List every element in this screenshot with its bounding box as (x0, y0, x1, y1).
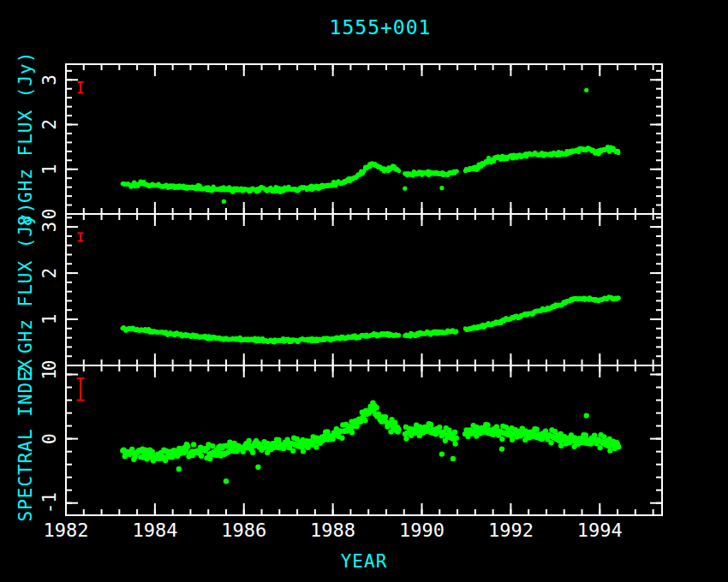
x-tick-labels: 1982198419861988199019921994 (44, 520, 623, 541)
error-bar-8ghz-flux (78, 82, 84, 93)
y-tick-labels-spectral-index: -101 (39, 369, 60, 514)
outlier-point (370, 400, 375, 405)
outlier-point (222, 199, 226, 204)
x-tick-label: 1990 (399, 520, 445, 541)
error-bar-spectral-index (77, 378, 85, 401)
data-points-8ghz-flux (121, 88, 621, 204)
data-points-2ghz-flux (121, 294, 621, 344)
y-axis-label-8ghz-flux: 8 GHz FLUX (Jy) (15, 51, 36, 227)
outlier-point (584, 413, 589, 418)
x-tick-label: 1986 (221, 520, 266, 541)
y-tick-label: 0 (39, 433, 60, 444)
panel-border-8ghz-flux (66, 64, 662, 214)
outlier-point (176, 466, 182, 472)
y-axis-label-spectral-index: SPECTRAL INDEX (15, 358, 36, 521)
plot-canvas: 01230123-1011982198419861988199019921994 (0, 0, 728, 582)
outlier-point (403, 187, 407, 191)
outlier-point (584, 88, 588, 92)
data-points-spectral-index (120, 400, 621, 484)
y-tick-labels-8ghz-flux: 0123 (39, 74, 60, 219)
outlier-point (451, 456, 456, 461)
y-tick-label: 0 (39, 209, 60, 220)
y-axis-label-2ghz-flux: 2 GHz FLUX (Jy) (15, 202, 36, 377)
x-axis-label: YEAR (341, 551, 388, 572)
x-tick-label: 1994 (577, 520, 623, 541)
outlier-point (255, 465, 260, 470)
y-tick-label: 2 (39, 119, 60, 130)
x-tick-label: 1982 (44, 520, 89, 541)
light-curve-figure: 01230123-1011982198419861988199019921994… (0, 0, 728, 582)
outlier-point (224, 478, 229, 484)
outlier-point (439, 186, 444, 190)
x-tick-label: 1988 (310, 520, 355, 541)
y-tick-label: 1 (39, 163, 60, 175)
y-tick-label: -1 (39, 492, 60, 514)
y-tick-labels-2ghz-flux: 0123 (39, 222, 60, 371)
outlier-point (439, 451, 445, 456)
error-bar-2ghz-flux (78, 233, 84, 241)
source-title: 1555+001 (330, 16, 432, 39)
y-tick-label: 1 (39, 314, 60, 325)
x-tick-label: 1992 (488, 520, 534, 541)
y-tick-label: 2 (39, 268, 60, 279)
ticks-2ghz-flux (66, 214, 662, 365)
ticks-8ghz-flux (66, 64, 662, 214)
y-tick-label: 3 (39, 74, 60, 86)
y-tick-label: 1 (39, 369, 60, 380)
outlier-point (499, 446, 504, 451)
x-tick-label: 1984 (132, 520, 177, 541)
y-tick-label: 3 (39, 222, 60, 233)
panel-border-2ghz-flux (66, 214, 662, 365)
